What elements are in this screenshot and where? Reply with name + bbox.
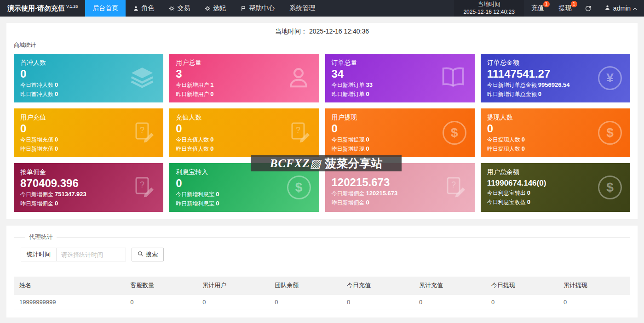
stat-card-order-commission: 抢单佣金 870409.396 今日新增佣金751347.923 昨日新增佣金0… [14,163,163,212]
cell-today-withdraw: 0 [486,295,558,310]
agent-stats-panel: 代理统计 统计时间 搜索 姓名 客服数量 累计用户 团队余额 今日充值 [6,226,638,317]
agent-table: 姓名 客服数量 累计用户 团队余额 今日充值 累计充值 今日提现 累计提现 19… [14,277,630,310]
version-label: V.1.26 [66,4,78,9]
col-header-team-balance: 团队余额 [269,277,341,295]
stat-card-order-amount: 订单总金额 11147541.27 今日新增订单总金额9956926.54 昨日… [481,54,630,102]
col-header-total-recharge: 累计充值 [414,277,486,295]
recharge-badge: 1 [543,1,550,7]
stat-card-user-recharge: 用户充值 0 今日新增充值0 昨日新增充值0 ? [14,108,163,157]
flag-icon [241,6,247,11]
table-header-row: 姓名 客服数量 累计用户 团队余额 今日充值 累计充值 今日提现 累计提现 [14,277,630,295]
nav-item-role[interactable]: 角色 [126,0,161,17]
cell-total-users: 0 [197,295,269,310]
nav-label: 系统管理 [289,4,315,12]
doc-edit-icon: ? [133,121,155,145]
withdraw-notice[interactable]: 提现 1 [552,0,579,17]
gear-icon [205,6,211,11]
doc-edit-icon: ? [133,176,155,199]
withdraw-label: 提现 [559,4,572,12]
stat-card-recharge-users: 充值人数 0 今日充值人数0 昨日充值人数0 ? [169,108,319,157]
svg-text:?: ? [295,125,300,135]
dollar-icon: $ [598,121,622,145]
nav-label: 交易 [177,4,190,12]
username: admin [613,5,631,12]
time-label: 当地时间： [275,28,307,35]
local-time: 当地时间 2025-12-16 12:40:23 [454,0,523,17]
stat-card-total-orders: 订单总量 34 今日新增订单33 昨日新增订单0 [325,54,475,102]
col-header-service-count: 客服数量 [125,277,197,295]
recharge-notice[interactable]: 充值 1 [524,0,552,17]
nav-item-trade[interactable]: 交易 [161,0,197,17]
time-value: 2025-12-16 12:40:36 [309,28,369,35]
svg-text:?: ? [140,125,144,135]
user-icon [286,65,311,91]
stat-card-user-withdraw: 用户提现 0 今日新增提现0 昨日新增提现0 $ [325,108,475,157]
user-avatar-icon [604,5,610,12]
table-row: 19999999999 0 0 0 0 0 0 0 [14,295,630,310]
refresh-icon[interactable] [579,0,597,17]
doc-edit-icon: ? [444,176,466,199]
app-title: 演示使用-请勿充值V.1.26 [0,0,85,17]
svg-text:?: ? [451,180,456,189]
doc-edit-icon: ? [289,121,311,145]
dollar-icon: $ [598,176,622,199]
mall-stats-panel: 当地时间：2025-12-16 12:40:36 商城统计 首冲人数 0 今日首… [6,23,638,219]
cell-service-count: 0 [125,295,197,310]
stat-cards-grid: 首冲人数 0 今日首冲人数0 昨日首冲人数0 用户总量 3 今日新增用户1 昨日… [6,54,638,219]
search-icon [138,251,144,258]
local-time-display: 当地时间：2025-12-16 12:40:36 [6,23,638,38]
book-icon [440,66,466,91]
watermark: BCFXZ▨ 菠菜分享站 [251,155,402,171]
top-navbar: 演示使用-请勿充值V.1.26 后台首页 角色 交易 选妃 帮助中心 系统管理 … [0,0,644,17]
stat-card-total-balance: 用户总余额 11990674.146(0) 今日利息宝转出0 今日利息宝收益0 … [481,163,630,212]
col-header-total-users: 累计用户 [197,277,269,295]
main-menu: 后台首页 角色 交易 选妃 帮助中心 系统管理 [85,0,322,17]
col-header-today-withdraw: 今日提现 [486,277,558,295]
time-range-input[interactable] [56,248,126,261]
watermark-text: 菠菜分享站 [325,156,382,171]
filter-row: 统计时间 搜索 [21,248,623,261]
nav-label: 帮助中心 [249,4,275,12]
filter-label: 统计时间 [21,248,57,261]
nav-label: 角色 [141,4,154,12]
col-header-name: 姓名 [14,277,125,295]
chevron-up-icon [633,7,638,12]
brand-text: 演示使用-请勿充值 [7,4,65,13]
navbar-right: 当地时间 2025-12-16 12:40:23 充值 1 提现 1 admin [454,0,644,17]
nav-label: 后台首页 [92,4,118,12]
agent-stats-fieldset: 代理统计 统计时间 搜索 [14,233,630,269]
layers-icon [129,64,155,92]
section-title-mall-stats: 商城统计 [6,38,638,54]
local-time-value: 2025-12-16 12:40:23 [463,8,514,16]
col-header-today-recharge: 今日充值 [341,277,414,295]
user-menu[interactable]: admin [597,0,644,17]
svg-text:?: ? [140,180,144,189]
gear-icon [169,6,175,11]
nav-item-xuanfei[interactable]: 选妃 [197,0,233,17]
user-icon [133,6,139,11]
nav-item-help[interactable]: 帮助中心 [233,0,282,17]
stat-card-total-users: 用户总量 3 今日新增用户1 昨日新增用户0 [169,54,319,102]
nav-label: 选妃 [213,4,226,12]
nav-item-dashboard[interactable]: 后台首页 [85,0,126,17]
dollar-icon: $ [443,121,466,145]
dollar-icon: $ [287,176,311,199]
cell-name: 19999999999 [14,295,125,310]
cell-today-recharge: 0 [341,295,414,310]
nav-item-system[interactable]: 系统管理 [282,0,322,17]
cell-total-withdraw: 0 [558,295,630,310]
search-button[interactable]: 搜索 [132,248,164,261]
stat-card-withdraw-users: 提现人数 0 今日提现人数0 昨日提现人数0 $ [481,108,630,157]
recharge-label: 充值 [531,4,544,12]
withdraw-badge: 1 [571,1,577,7]
yen-icon: ¥ [598,66,622,90]
watermark-logo: BCFXZ▨ [270,157,322,170]
col-header-total-withdraw: 累计提现 [558,277,630,295]
local-time-label: 当地时间 [463,0,514,8]
stat-card-first-recharge-users: 首冲人数 0 今日首冲人数0 昨日首冲人数0 [14,54,163,102]
search-button-label: 搜索 [146,250,158,259]
cell-total-recharge: 0 [414,295,486,310]
cell-team-balance: 0 [269,295,341,310]
section-title-agent-stats: 代理统计 [25,233,57,241]
